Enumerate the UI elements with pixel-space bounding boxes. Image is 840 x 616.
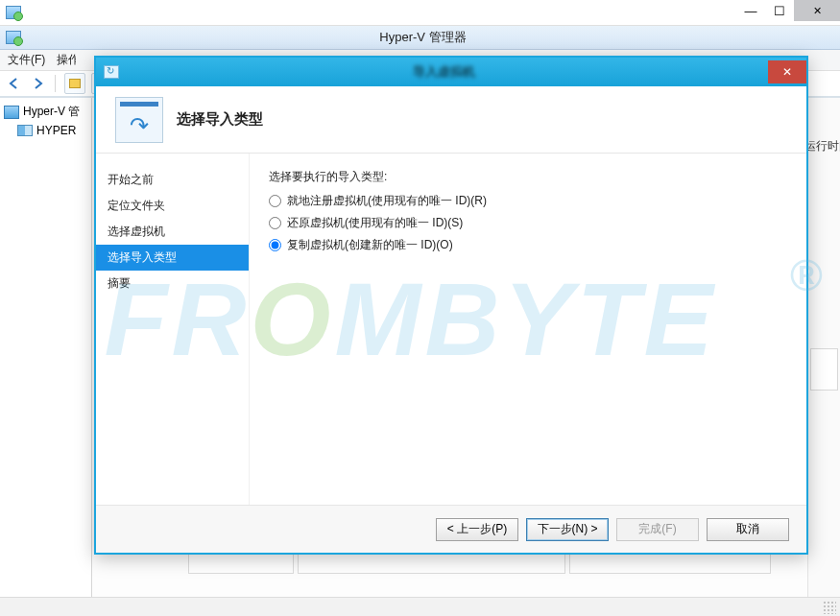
step-select-vm[interactable]: 选择虚拟机 — [96, 219, 249, 245]
step-summary[interactable]: 摘要 — [96, 271, 249, 296]
wizard-header: ↷ 选择导入类型 — [96, 86, 806, 154]
dialog-titlebar: 导入虚拟机 ✕ — [96, 58, 806, 86]
import-type-prompt: 选择要执行的导入类型: — [269, 169, 787, 185]
back-button[interactable]: < 上一步(P) — [436, 518, 518, 541]
wizard-icon: ↷ — [115, 97, 163, 143]
next-button[interactable]: 下一步(N) > — [526, 518, 609, 541]
wizard-heading: 选择导入类型 — [177, 110, 263, 129]
dialog-close-button[interactable]: ✕ — [768, 60, 806, 83]
step-import-type[interactable]: 选择导入类型 — [96, 245, 249, 271]
wizard-steps: 开始之前 定位文件夹 选择虚拟机 选择导入类型 摘要 — [96, 154, 250, 505]
dialog-icon — [104, 65, 119, 79]
radio-register-inplace-label: 就地注册虚拟机(使用现有的唯一 ID)(R) — [287, 193, 487, 209]
wizard-footer: < 上一步(P) 下一步(N) > 完成(F) 取消 — [96, 505, 806, 553]
dialog-title: 导入虚拟机 — [119, 63, 768, 81]
step-before-begin[interactable]: 开始之前 — [96, 167, 249, 193]
radio-restore-label: 还原虚拟机(使用现有的唯一 ID)(S) — [287, 215, 463, 231]
radio-restore[interactable]: 还原虚拟机(使用现有的唯一 ID)(S) — [269, 215, 787, 231]
import-type-radiogroup: 就地注册虚拟机(使用现有的唯一 ID)(R) 还原虚拟机(使用现有的唯一 ID)… — [269, 193, 787, 253]
step-locate-folder[interactable]: 定位文件夹 — [96, 193, 249, 219]
radio-register-inplace-input[interactable] — [269, 195, 281, 207]
radio-copy-label: 复制虚拟机(创建新的唯一 ID)(O) — [287, 237, 453, 253]
radio-copy-input[interactable] — [269, 239, 281, 251]
finish-button[interactable]: 完成(F) — [616, 518, 699, 541]
radio-copy[interactable]: 复制虚拟机(创建新的唯一 ID)(O) — [269, 237, 787, 253]
wizard-content: 选择要执行的导入类型: 就地注册虚拟机(使用现有的唯一 ID)(R) 还原虚拟机… — [250, 154, 806, 505]
radio-restore-input[interactable] — [269, 217, 281, 229]
cancel-button[interactable]: 取消 — [707, 518, 789, 541]
radio-register-inplace[interactable]: 就地注册虚拟机(使用现有的唯一 ID)(R) — [269, 193, 787, 209]
import-wizard-dialog: 导入虚拟机 ✕ ↷ 选择导入类型 开始之前 定位文件夹 选择虚拟机 选择导入类型… — [94, 56, 808, 555]
